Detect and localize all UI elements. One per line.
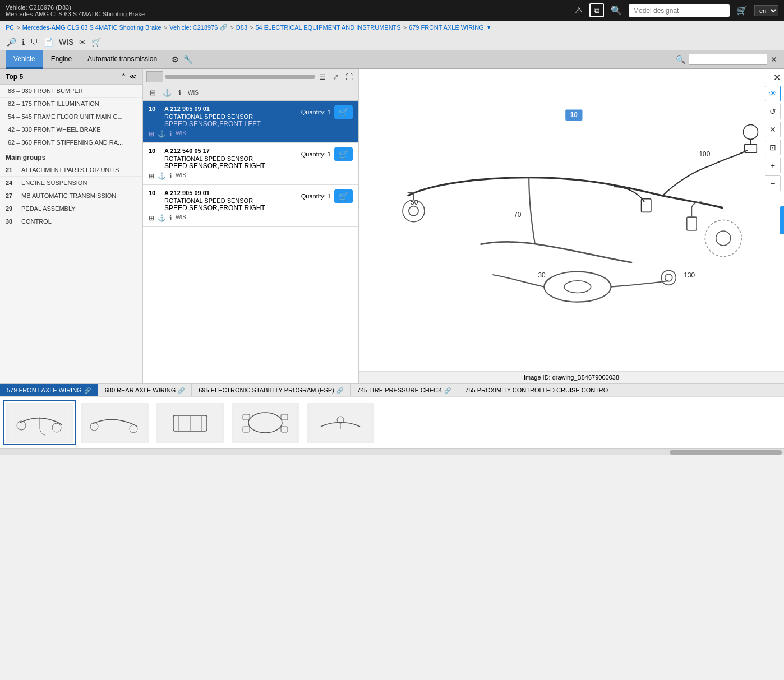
zoom-in-icon[interactable]: 🔎 xyxy=(6,36,17,48)
thumb-tab-695[interactable]: 695 ELECTRONIC STABILITY PROGRAM (ESP) 🔗 xyxy=(192,384,351,396)
main-group-27[interactable]: 27 MB AUTOMATIC TRANSMISSION xyxy=(0,189,142,202)
breadcrumb-pc[interactable]: PC xyxy=(6,24,14,31)
tab-automatic-transmission[interactable]: Automatic transmission xyxy=(80,50,165,69)
part-0-cart-btn[interactable]: 🛒 xyxy=(334,105,353,119)
sidebar-item-1[interactable]: 82 – 175 FRONT ILLUMINATION xyxy=(0,98,142,110)
breadcrumb-front-axle[interactable]: 679 FRONT AXLE WIRING xyxy=(409,24,484,31)
link-icon[interactable]: ⚓ xyxy=(160,87,174,98)
part-2-link-icon[interactable]: ⚓ xyxy=(158,214,166,222)
tab-search-input[interactable] xyxy=(689,54,767,65)
sidebar-item-4[interactable]: 62 – 060 FRONT STIFFENING AND RA... xyxy=(0,136,142,149)
expand-btn[interactable]: ⤢ xyxy=(330,72,341,82)
tab-vehicle[interactable]: Vehicle xyxy=(6,50,43,69)
part-0-info-icon[interactable]: ℹ xyxy=(169,130,172,138)
fullscreen-btn[interactable]: ⛶ xyxy=(343,72,355,82)
part-2-wis-icon[interactable]: WIS xyxy=(176,214,186,222)
tab-search-icon[interactable]: 🔍 xyxy=(675,54,686,65)
grid-icon[interactable]: ⊞ xyxy=(147,87,158,98)
thumb-tab-680[interactable]: 680 REAR AXLE WIRING 🔗 xyxy=(98,384,192,396)
horizontal-scrollbar[interactable] xyxy=(0,448,784,455)
thumb-tab-579-link-icon[interactable]: 🔗 xyxy=(84,387,91,394)
part-1-link-icon[interactable]: ⚓ xyxy=(158,172,166,180)
side-panel-handle[interactable] xyxy=(780,206,784,234)
wis-icon[interactable]: WIS xyxy=(58,36,75,48)
main-group-30[interactable]: 30 CONTROL xyxy=(0,215,142,228)
wrench-icon[interactable]: 🔧 xyxy=(181,54,195,65)
thumb-tab-579[interactable]: 579 FRONT AXLE WIRING 🔗 xyxy=(0,384,98,396)
breadcrumb-vehicle-id[interactable]: Vehicle: C218976 xyxy=(169,24,218,31)
part-1-wis-icon[interactable]: WIS xyxy=(176,172,186,180)
part-2-info-icon[interactable]: ℹ xyxy=(169,214,172,222)
parts-list: ☰ ⤢ ⛶ ⊞ ⚓ ℹ WIS 10 A 212 905 09 01 ROTAT… xyxy=(143,69,359,383)
language-select[interactable]: en de fr xyxy=(754,5,778,16)
sidebar-item-3[interactable]: 42 – 030 FRONT WHEEL BRAKE xyxy=(0,123,142,136)
thumb-0-img xyxy=(6,403,73,443)
tab-engine[interactable]: Engine xyxy=(43,50,80,69)
main-group-29[interactable]: 29 PEDAL ASSEMBLY xyxy=(0,202,142,215)
copy-icon[interactable]: ⧉ xyxy=(589,3,604,17)
diagram-eye-btn[interactable]: 👁 xyxy=(765,86,781,101)
model-search-input[interactable] xyxy=(629,4,730,17)
thumb-1-svg xyxy=(84,404,146,441)
sidebar-expand-icon[interactable]: ≪ xyxy=(129,72,137,81)
email-icon[interactable]: ✉ xyxy=(78,36,87,48)
diagram-area: ✕ 👁 ↺ ✕ ⊡ + − 10 50 70 10 xyxy=(359,69,784,383)
thumb-tab-745-link-icon[interactable]: 🔗 xyxy=(444,387,451,394)
cart-icon[interactable]: 🛒 xyxy=(734,4,750,17)
diagram-cross-btn[interactable]: ✕ xyxy=(765,122,781,137)
breadcrumb: PC > Mercedes-AMG CLS 63 S 4MATIC Shooti… xyxy=(0,21,784,34)
breadcrumb-toolbar: 🔎 ℹ ⛉ 📄 WIS ✉ 🛒 xyxy=(0,34,784,50)
doc-icon[interactable]: 📄 xyxy=(43,36,54,48)
part-2-cart-btn[interactable]: 🛒 xyxy=(334,189,353,203)
part-1-cart-btn[interactable]: 🛒 xyxy=(334,147,353,161)
basket-icon[interactable]: 🛒 xyxy=(90,36,102,48)
filter-icon[interactable]: ⛉ xyxy=(29,36,39,48)
part-item-2[interactable]: 10 A 212 905 09 01 ROTATIONAL SPEED SENS… xyxy=(143,185,358,227)
sidebar-collapse-icon[interactable]: ⌃ xyxy=(121,72,127,81)
progress-bar xyxy=(165,75,315,79)
main-group-24-num: 24 xyxy=(6,179,17,186)
thumb-1[interactable] xyxy=(79,400,151,445)
diagram-close-btn[interactable]: ✕ xyxy=(773,72,781,83)
wis-small-icon[interactable]: WIS xyxy=(186,87,201,98)
thumb-0[interactable] xyxy=(3,400,76,445)
thumb-3[interactable] xyxy=(229,400,302,445)
main-group-24[interactable]: 24 ENGINE SUSPENSION xyxy=(0,177,142,189)
breadcrumb-electrical[interactable]: 54 ELECTRICAL EQUIPMENT AND INSTRUMENTS xyxy=(255,24,400,31)
dropdown-icon[interactable]: ▼ xyxy=(486,24,492,30)
diagram-zoom-out-btn[interactable]: − xyxy=(765,175,781,191)
settings-icon[interactable]: ⚙ xyxy=(169,54,181,65)
diagram-history-btn[interactable]: ↺ xyxy=(765,104,781,119)
diagram-zoom-in-btn[interactable]: + xyxy=(765,158,781,173)
main-group-21[interactable]: 21 ATTACHMENT PARTS FOR UNITS xyxy=(0,164,142,177)
breadcrumb-vehicle-model[interactable]: Mercedes-AMG CLS 63 S 4MATIC Shooting Br… xyxy=(22,24,162,31)
part-item-1[interactable]: 10 A 212 540 05 17 ROTATIONAL SPEED SENS… xyxy=(143,143,358,185)
breadcrumb-d83[interactable]: D83 xyxy=(236,24,247,31)
thumb-4[interactable] xyxy=(304,400,377,445)
thumb-tab-695-link-icon[interactable]: 🔗 xyxy=(336,387,343,394)
main-group-27-num: 27 xyxy=(6,192,17,199)
vehicle-link-icon[interactable]: 🔗 xyxy=(220,24,228,31)
sidebar-item-2[interactable]: 54 – 545 FRAME FLOOR UNIT MAIN C... xyxy=(0,110,142,123)
tab-search-clear[interactable]: ✕ xyxy=(769,54,778,65)
list-view-btn[interactable]: ☰ xyxy=(317,72,328,82)
search-icon-btn[interactable]: 🔍 xyxy=(608,4,624,17)
part-1-info-icon[interactable]: ℹ xyxy=(169,172,172,180)
part-0-wis-icon[interactable]: WIS xyxy=(176,130,186,138)
thumb-tab-755[interactable]: 755 PROXIMITY-CONTROLLED CRUISE CONTRO xyxy=(458,384,615,396)
tab-search-area: 🔍 ✕ xyxy=(675,54,778,65)
diagram-screenshot-btn[interactable]: ⊡ xyxy=(765,140,781,155)
info-icon[interactable]: ℹ xyxy=(21,36,26,48)
scrollbar-thumb[interactable] xyxy=(670,450,782,455)
thumb-tab-745[interactable]: 745 TIRE PRESSURE CHECK 🔗 xyxy=(351,384,458,396)
thumb-2[interactable] xyxy=(154,400,227,445)
part-2-grid-icon[interactable]: ⊞ xyxy=(149,214,154,222)
sidebar-item-0[interactable]: 88 – 030 FRONT BUMPER xyxy=(0,85,142,98)
part-item-0[interactable]: 10 A 212 905 09 01 ROTATIONAL SPEED SENS… xyxy=(143,101,358,143)
part-0-grid-icon[interactable]: ⊞ xyxy=(149,130,154,138)
info-small-icon[interactable]: ℹ xyxy=(176,87,183,98)
part-1-grid-icon[interactable]: ⊞ xyxy=(149,172,154,180)
thumb-tab-680-link-icon[interactable]: 🔗 xyxy=(178,387,185,394)
warning-icon[interactable]: ⚠ xyxy=(573,4,585,17)
part-0-link-icon[interactable]: ⚓ xyxy=(158,130,166,138)
